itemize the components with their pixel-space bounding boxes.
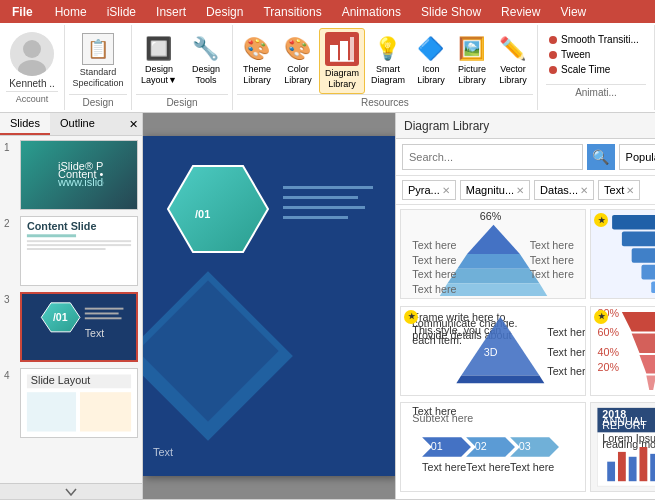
slide-thumb-3[interactable]: /01 Text [20, 292, 138, 362]
svg-rect-114 [629, 457, 637, 481]
tab-slides[interactable]: Slides [0, 113, 50, 135]
menu-insert[interactable]: Insert [146, 0, 196, 23]
svg-marker-71 [456, 375, 544, 383]
svg-text:Text here: Text here [466, 462, 510, 474]
svg-text:02: 02 [475, 440, 487, 452]
svg-rect-12 [27, 234, 76, 237]
filter-text[interactable]: Text ✕ [598, 180, 640, 200]
svg-text:Text here: Text here [547, 346, 585, 358]
diagram-item-4[interactable]: ★ 80% 60% 40% 20% Text here [590, 306, 655, 396]
svg-rect-4 [340, 41, 348, 61]
filter-text-x[interactable]: ✕ [626, 185, 634, 196]
account-name: Kenneth .. [9, 78, 55, 89]
menu-home[interactable]: Home [45, 0, 97, 23]
scale-time-label: Scale Time [561, 64, 610, 75]
svg-marker-41 [448, 269, 540, 284]
filter-pyramid[interactable]: Pyra... ✕ [402, 180, 456, 200]
slides-panel-close[interactable]: ✕ [125, 113, 142, 135]
slide-number-4: 4 [4, 368, 16, 381]
svg-rect-50 [612, 215, 655, 230]
filter-magnitude-x[interactable]: ✕ [516, 185, 524, 196]
menu-view[interactable]: View [550, 0, 596, 23]
color-library-icon: 🎨 [284, 36, 311, 62]
filter-dataset-x[interactable]: ✕ [580, 185, 588, 196]
slide-thumb-2[interactable]: Content Slide [20, 216, 138, 286]
search-button[interactable]: 🔍 [587, 144, 615, 170]
svg-rect-113 [618, 452, 626, 481]
svg-text:Text here: Text here [530, 268, 574, 280]
slide-item-4[interactable]: 4 Slide Layout [4, 368, 138, 438]
diagram-item-2[interactable]: ★ Text h [590, 209, 655, 299]
vector-library-label: VectorLibrary [499, 64, 527, 86]
file-button[interactable]: File [0, 0, 45, 23]
slide-item-2[interactable]: 2 Content Slide [4, 216, 138, 286]
slide-canvas[interactable]: /01 Text [143, 136, 395, 476]
svg-text:Text here: Text here [412, 268, 456, 280]
svg-text:20%: 20% [597, 360, 619, 372]
smart-diagram-button[interactable]: 💡 SmartDiagram [366, 28, 410, 94]
search-input[interactable] [402, 144, 583, 170]
svg-rect-13 [27, 240, 131, 242]
slide-thumb-4[interactable]: Slide Layout [20, 368, 138, 438]
svg-rect-3 [330, 45, 338, 61]
diagram-item-5[interactable]: Text here Subtext here 01 02 03 Text her… [400, 402, 586, 492]
filter-text-label: Text [604, 184, 624, 196]
svg-text:Text: Text [85, 327, 105, 339]
filter-pyramid-label: Pyra... [408, 184, 440, 196]
scale-time-button[interactable]: Scale Time [546, 63, 646, 76]
svg-marker-97 [466, 438, 515, 458]
design-layout-icon: 🔲 [145, 36, 172, 62]
menu-transitions[interactable]: Transitions [253, 0, 331, 23]
svg-rect-14 [27, 244, 131, 246]
diagram-item-1[interactable]: 66% Text here Text here Text here Text h… [400, 209, 586, 299]
diagram-item-3[interactable]: ★ Frame write here to communicate change… [400, 306, 586, 396]
premium-badge-3: ★ [404, 310, 418, 324]
smooth-transition-button[interactable]: Smooth Transiti... [546, 33, 646, 46]
icon-library-button[interactable]: 🔷 IconLibrary [411, 28, 451, 94]
menu-design[interactable]: Design [196, 0, 253, 23]
avatar [10, 32, 54, 76]
diagram-grid: 66% Text here Text here Text here Text h… [396, 205, 655, 499]
menu-animations[interactable]: Animations [332, 0, 411, 23]
design-section-label: Design [69, 94, 127, 108]
standard-specification-button[interactable]: 📋 StandardSpecification [69, 28, 127, 94]
slide-thumb-1[interactable]: iSlide® Power Point Content • Template w… [20, 140, 138, 210]
design-layout-button[interactable]: 🔲 DesignLayout▼ [136, 28, 182, 94]
svg-rect-31 [283, 186, 373, 189]
smooth-transition-label: Smooth Transiti... [561, 34, 639, 45]
picture-library-label: PictureLibrary [458, 64, 486, 86]
svg-rect-27 [80, 392, 131, 431]
tween-button[interactable]: Tween [546, 48, 646, 61]
popular-dropdown[interactable]: Popular ▼ [619, 144, 655, 170]
popular-label: Popular [626, 151, 655, 163]
icon-library-icon: 🔷 [417, 36, 444, 62]
menu-review[interactable]: Review [491, 0, 550, 23]
slide-item-3[interactable]: 3 /01 [4, 292, 138, 362]
diagram-library-button[interactable]: DiagramLibrary [319, 28, 365, 94]
svg-rect-33 [283, 206, 365, 209]
panel-header: Diagram Library ⊘ ? ✕ [396, 113, 655, 139]
svg-text:Text here: Text here [530, 254, 574, 266]
svg-marker-98 [510, 438, 559, 458]
slides-list: 1 iSlide® Power Point Content • Template… [0, 136, 142, 483]
menu-slideshow[interactable]: Slide Show [411, 0, 491, 23]
color-library-button[interactable]: 🎨 ColorLibrary [278, 28, 318, 94]
vector-library-button[interactable]: ✏️ VectorLibrary [493, 28, 533, 94]
picture-library-button[interactable]: 🖼️ PictureLibrary [452, 28, 492, 94]
svg-rect-52 [632, 248, 655, 263]
filter-dataset[interactable]: Datas... ✕ [534, 180, 594, 200]
design-tools-label: DesignTools [192, 64, 220, 86]
slide-item-1[interactable]: 1 iSlide® Power Point Content • Template… [4, 140, 138, 210]
filter-pyramid-x[interactable]: ✕ [442, 185, 450, 196]
tab-outline[interactable]: Outline [50, 113, 105, 135]
specification-label: StandardSpecification [72, 67, 123, 89]
slide-number-2: 2 [4, 216, 16, 229]
slides-panel: Slides Outline ✕ 1 iSlide® Power Point C… [0, 113, 143, 499]
svg-text:Text here: Text here [412, 239, 456, 251]
menu-islide[interactable]: iSlide [97, 0, 146, 23]
diagram-item-6[interactable]: 2018 ANNUAL REPORT Lorem Ipsum make read… [590, 402, 655, 492]
design-tools-button[interactable]: 🔧 DesignTools [184, 28, 228, 94]
svg-text:Slide Layout: Slide Layout [31, 374, 90, 386]
filter-magnitude[interactable]: Magnitu... ✕ [460, 180, 530, 200]
theme-library-button[interactable]: 🎨 ThemeLibrary [237, 28, 277, 94]
